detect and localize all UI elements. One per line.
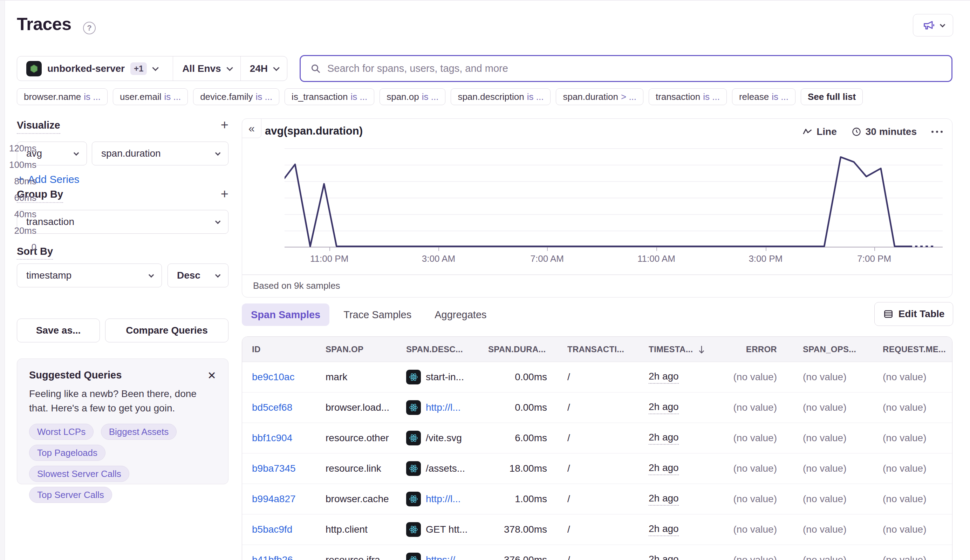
timestamp-value[interactable]: 2h ago xyxy=(648,401,679,414)
table-row[interactable]: bbf1c904 resource.other /vite.svg 6.00ms… xyxy=(242,423,952,453)
chart-line-svg xyxy=(285,148,943,248)
react-icon xyxy=(406,400,421,415)
chevron-down-icon xyxy=(215,218,221,224)
col-header-span-duration[interactable]: SPAN.DURA... xyxy=(488,345,567,354)
span-id-link[interactable]: b41bfb26 xyxy=(252,554,325,560)
filter-chip-device-family[interactable]: device.familyis ... xyxy=(193,88,279,105)
chart-controls: Line 30 minutes xyxy=(817,126,943,137)
tab-span-samples[interactable]: Span Samples xyxy=(242,303,329,326)
span-description-link[interactable]: http://l... xyxy=(426,493,461,505)
y-axis-label: 80ms xyxy=(0,176,37,187)
span-id-link[interactable]: b994a827 xyxy=(252,493,325,505)
table-row[interactable]: b41bfb26 resource.ifra... https://... 37… xyxy=(242,545,952,560)
col-header-error[interactable]: ERROR xyxy=(733,345,785,354)
filter-chip-user-email[interactable]: user.emailis ... xyxy=(113,88,188,105)
filter-chip-span-description[interactable]: span.descriptionis ... xyxy=(451,88,550,105)
search-bar[interactable] xyxy=(300,55,952,82)
col-header-span-ops[interactable]: SPAN_OPS... xyxy=(785,345,883,354)
project-extra-count: +1 xyxy=(130,62,147,75)
close-icon[interactable]: ✕ xyxy=(207,369,216,382)
y-axis-label: 0 xyxy=(0,242,37,253)
table-icon xyxy=(883,309,893,319)
col-header-timestamp[interactable]: TIMESTA... xyxy=(648,345,733,354)
x-axis-tick xyxy=(329,247,330,251)
chart-interval-button[interactable]: 30 minutes xyxy=(852,126,917,137)
timestamp-value[interactable]: 2h ago xyxy=(648,371,679,384)
span-samples-table: ID SPAN.OP SPAN.DESC... SPAN.DURA... TRA… xyxy=(242,337,952,560)
react-icon xyxy=(406,431,421,445)
y-axis-label: 60ms xyxy=(0,192,37,203)
time-range-selector[interactable]: 24H xyxy=(240,57,287,81)
tab-aggregates[interactable]: Aggregates xyxy=(425,303,495,326)
sort-direction-dropdown[interactable]: Desc xyxy=(168,263,228,287)
col-header-transaction[interactable]: TRANSACTI... xyxy=(567,345,648,354)
visualize-label: Visualize xyxy=(17,120,60,134)
project-platform-icon xyxy=(26,61,42,77)
timestamp-value[interactable]: 2h ago xyxy=(648,523,679,536)
chevron-down-icon xyxy=(273,65,279,71)
col-header-span-op[interactable]: SPAN.OP xyxy=(325,345,406,354)
span-id-link[interactable]: bbf1c904 xyxy=(252,432,325,444)
x-axis-label: 3:00 AM xyxy=(410,253,467,264)
samples-tabs: Span Samples Trace Samples Aggregates xyxy=(242,303,496,326)
col-header-span-desc[interactable]: SPAN.DESC... xyxy=(406,345,488,354)
x-axis-label: 7:00 AM xyxy=(519,253,575,264)
suggested-chip-slowest-server-calls[interactable]: Slowest Server Calls xyxy=(29,466,129,482)
col-header-id[interactable]: ID xyxy=(252,345,325,354)
field-dropdown[interactable]: span.duration xyxy=(92,142,228,165)
save-as-button[interactable]: Save as... xyxy=(17,318,100,342)
x-axis-tick xyxy=(547,247,548,251)
timestamp-value[interactable]: 2h ago xyxy=(648,554,679,560)
table-row[interactable]: b9ba7345 resource.link /assets... 18.00m… xyxy=(242,453,952,484)
filter-chip-span-duration[interactable]: span.duration> ... xyxy=(556,88,643,105)
add-series-button[interactable]: + Add Series xyxy=(17,172,228,186)
span-id-link[interactable]: b9ba7345 xyxy=(252,463,325,474)
filter-chip-release[interactable]: releaseis ... xyxy=(732,88,795,105)
timestamp-value[interactable]: 2h ago xyxy=(648,462,679,475)
col-header-request-method[interactable]: REQUEST.ME... xyxy=(883,345,952,354)
collapsed-nav-rail[interactable] xyxy=(0,0,5,560)
edit-table-button[interactable]: Edit Table xyxy=(874,302,953,326)
sort-field-dropdown[interactable]: timestamp xyxy=(17,263,162,287)
project-selector[interactable]: unborked-server +1 xyxy=(17,57,173,81)
table-row[interactable]: b5bac9fd http.client GET htt... 378.00ms… xyxy=(242,515,952,545)
chart-type-button[interactable]: Line xyxy=(802,126,837,137)
search-input[interactable] xyxy=(327,63,942,74)
filter-chip-browser-name[interactable]: browser.nameis ... xyxy=(17,88,108,105)
suggested-chip-worst-lcps[interactable]: Worst LCPs xyxy=(29,424,93,440)
span-id-link[interactable]: be9c10ac xyxy=(252,372,325,383)
table-row[interactable]: bd5cef68 browser.load... http://l... 0.0… xyxy=(242,392,952,423)
span-id-link[interactable]: bd5cef68 xyxy=(252,402,325,413)
compare-queries-button[interactable]: Compare Queries xyxy=(105,318,228,342)
span-id-link[interactable]: b5bac9fd xyxy=(252,524,325,535)
environment-selector[interactable]: All Envs xyxy=(173,57,240,81)
x-axis-label: 11:00 AM xyxy=(628,253,684,264)
chart-menu-icon[interactable] xyxy=(932,131,943,133)
span-description-link[interactable]: http://l... xyxy=(426,402,461,413)
timestamp-value[interactable]: 2h ago xyxy=(648,432,679,445)
table-row[interactable]: be9c10ac mark start-in... 0.00ms / 2h ag… xyxy=(242,362,952,392)
filter-chip-is-transaction[interactable]: is_transactionis ... xyxy=(285,88,374,105)
collapse-sidebar-button[interactable]: « xyxy=(242,118,262,138)
suggested-chip-top-pageloads[interactable]: Top Pageloads xyxy=(29,445,105,461)
x-axis-label: 7:00 PM xyxy=(846,253,902,264)
suggested-chip-biggest-assets[interactable]: Biggest Assets xyxy=(101,424,177,440)
whats-new-button[interactable] xyxy=(913,14,953,37)
group-by-dropdown[interactable]: transaction xyxy=(17,210,228,234)
y-axis-label: 40ms xyxy=(0,209,37,220)
filter-chip-transaction[interactable]: transactionis ... xyxy=(648,88,727,105)
timestamp-value[interactable]: 2h ago xyxy=(648,493,679,506)
react-icon xyxy=(406,522,421,537)
table-row[interactable]: b994a827 browser.cache http://l... 1.00m… xyxy=(242,484,952,515)
add-group-by-icon[interactable]: + xyxy=(221,188,228,199)
filter-chip-span-op[interactable]: span.opis ... xyxy=(380,88,445,105)
tab-trace-samples[interactable]: Trace Samples xyxy=(334,303,420,326)
see-full-list-button[interactable]: See full list xyxy=(801,88,863,105)
span-description-link[interactable]: https://... xyxy=(426,554,463,560)
time-range-label: 24H xyxy=(250,63,268,74)
add-visualize-icon[interactable]: + xyxy=(221,120,228,130)
help-icon[interactable]: ? xyxy=(83,22,96,34)
megaphone-icon xyxy=(923,19,935,32)
x-axis-label: 11:00 PM xyxy=(302,253,357,264)
suggested-chip-top-server-calls[interactable]: Top Server Calls xyxy=(29,487,112,503)
